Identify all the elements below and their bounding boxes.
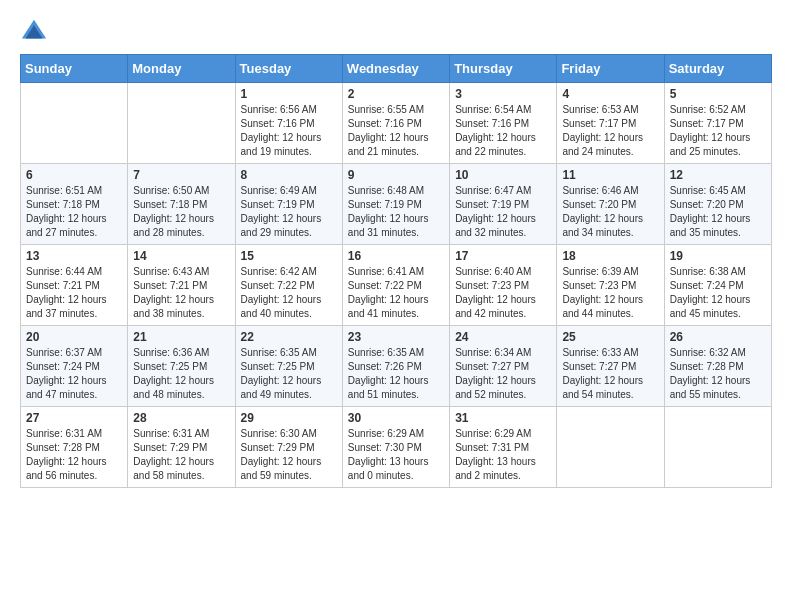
day-number: 3 — [455, 87, 551, 101]
day-number: 22 — [241, 330, 337, 344]
day-info: Sunrise: 6:47 AM Sunset: 7:19 PM Dayligh… — [455, 184, 551, 240]
day-info: Sunrise: 6:32 AM Sunset: 7:28 PM Dayligh… — [670, 346, 766, 402]
calendar-cell: 17Sunrise: 6:40 AM Sunset: 7:23 PM Dayli… — [450, 245, 557, 326]
day-number: 10 — [455, 168, 551, 182]
day-number: 1 — [241, 87, 337, 101]
calendar-cell: 9Sunrise: 6:48 AM Sunset: 7:19 PM Daylig… — [342, 164, 449, 245]
day-number: 7 — [133, 168, 229, 182]
calendar-cell: 18Sunrise: 6:39 AM Sunset: 7:23 PM Dayli… — [557, 245, 664, 326]
day-info: Sunrise: 6:29 AM Sunset: 7:30 PM Dayligh… — [348, 427, 444, 483]
calendar-cell: 6Sunrise: 6:51 AM Sunset: 7:18 PM Daylig… — [21, 164, 128, 245]
weekday-header-row: SundayMondayTuesdayWednesdayThursdayFrid… — [21, 55, 772, 83]
day-info: Sunrise: 6:42 AM Sunset: 7:22 PM Dayligh… — [241, 265, 337, 321]
day-info: Sunrise: 6:54 AM Sunset: 7:16 PM Dayligh… — [455, 103, 551, 159]
calendar-cell: 12Sunrise: 6:45 AM Sunset: 7:20 PM Dayli… — [664, 164, 771, 245]
day-number: 20 — [26, 330, 122, 344]
day-number: 4 — [562, 87, 658, 101]
calendar-cell: 19Sunrise: 6:38 AM Sunset: 7:24 PM Dayli… — [664, 245, 771, 326]
day-number: 19 — [670, 249, 766, 263]
day-info: Sunrise: 6:35 AM Sunset: 7:25 PM Dayligh… — [241, 346, 337, 402]
weekday-tuesday: Tuesday — [235, 55, 342, 83]
day-number: 2 — [348, 87, 444, 101]
day-info: Sunrise: 6:53 AM Sunset: 7:17 PM Dayligh… — [562, 103, 658, 159]
day-info: Sunrise: 6:44 AM Sunset: 7:21 PM Dayligh… — [26, 265, 122, 321]
day-number: 12 — [670, 168, 766, 182]
day-number: 27 — [26, 411, 122, 425]
header — [20, 16, 772, 44]
week-row-1: 1Sunrise: 6:56 AM Sunset: 7:16 PM Daylig… — [21, 83, 772, 164]
calendar-cell: 7Sunrise: 6:50 AM Sunset: 7:18 PM Daylig… — [128, 164, 235, 245]
day-number: 23 — [348, 330, 444, 344]
day-info: Sunrise: 6:36 AM Sunset: 7:25 PM Dayligh… — [133, 346, 229, 402]
calendar-cell: 15Sunrise: 6:42 AM Sunset: 7:22 PM Dayli… — [235, 245, 342, 326]
day-number: 14 — [133, 249, 229, 263]
calendar-cell: 24Sunrise: 6:34 AM Sunset: 7:27 PM Dayli… — [450, 326, 557, 407]
calendar-cell: 2Sunrise: 6:55 AM Sunset: 7:16 PM Daylig… — [342, 83, 449, 164]
day-info: Sunrise: 6:46 AM Sunset: 7:20 PM Dayligh… — [562, 184, 658, 240]
calendar-cell — [128, 83, 235, 164]
week-row-5: 27Sunrise: 6:31 AM Sunset: 7:28 PM Dayli… — [21, 407, 772, 488]
day-info: Sunrise: 6:52 AM Sunset: 7:17 PM Dayligh… — [670, 103, 766, 159]
day-number: 31 — [455, 411, 551, 425]
day-number: 24 — [455, 330, 551, 344]
calendar-table: SundayMondayTuesdayWednesdayThursdayFrid… — [20, 54, 772, 488]
day-number: 11 — [562, 168, 658, 182]
calendar-cell: 21Sunrise: 6:36 AM Sunset: 7:25 PM Dayli… — [128, 326, 235, 407]
day-number: 30 — [348, 411, 444, 425]
calendar-cell: 13Sunrise: 6:44 AM Sunset: 7:21 PM Dayli… — [21, 245, 128, 326]
day-info: Sunrise: 6:29 AM Sunset: 7:31 PM Dayligh… — [455, 427, 551, 483]
day-number: 25 — [562, 330, 658, 344]
day-number: 9 — [348, 168, 444, 182]
weekday-wednesday: Wednesday — [342, 55, 449, 83]
calendar-cell: 8Sunrise: 6:49 AM Sunset: 7:19 PM Daylig… — [235, 164, 342, 245]
day-info: Sunrise: 6:35 AM Sunset: 7:26 PM Dayligh… — [348, 346, 444, 402]
logo-icon — [20, 16, 48, 44]
day-number: 13 — [26, 249, 122, 263]
day-number: 21 — [133, 330, 229, 344]
day-info: Sunrise: 6:31 AM Sunset: 7:29 PM Dayligh… — [133, 427, 229, 483]
day-info: Sunrise: 6:39 AM Sunset: 7:23 PM Dayligh… — [562, 265, 658, 321]
day-number: 18 — [562, 249, 658, 263]
weekday-saturday: Saturday — [664, 55, 771, 83]
day-info: Sunrise: 6:48 AM Sunset: 7:19 PM Dayligh… — [348, 184, 444, 240]
day-info: Sunrise: 6:55 AM Sunset: 7:16 PM Dayligh… — [348, 103, 444, 159]
calendar-cell: 25Sunrise: 6:33 AM Sunset: 7:27 PM Dayli… — [557, 326, 664, 407]
calendar-cell: 10Sunrise: 6:47 AM Sunset: 7:19 PM Dayli… — [450, 164, 557, 245]
day-number: 17 — [455, 249, 551, 263]
calendar-cell: 4Sunrise: 6:53 AM Sunset: 7:17 PM Daylig… — [557, 83, 664, 164]
day-info: Sunrise: 6:31 AM Sunset: 7:28 PM Dayligh… — [26, 427, 122, 483]
day-info: Sunrise: 6:34 AM Sunset: 7:27 PM Dayligh… — [455, 346, 551, 402]
week-row-3: 13Sunrise: 6:44 AM Sunset: 7:21 PM Dayli… — [21, 245, 772, 326]
calendar-cell: 31Sunrise: 6:29 AM Sunset: 7:31 PM Dayli… — [450, 407, 557, 488]
calendar-cell: 20Sunrise: 6:37 AM Sunset: 7:24 PM Dayli… — [21, 326, 128, 407]
day-info: Sunrise: 6:49 AM Sunset: 7:19 PM Dayligh… — [241, 184, 337, 240]
calendar-cell: 11Sunrise: 6:46 AM Sunset: 7:20 PM Dayli… — [557, 164, 664, 245]
logo — [20, 16, 52, 44]
week-row-4: 20Sunrise: 6:37 AM Sunset: 7:24 PM Dayli… — [21, 326, 772, 407]
calendar-cell — [664, 407, 771, 488]
calendar-cell: 26Sunrise: 6:32 AM Sunset: 7:28 PM Dayli… — [664, 326, 771, 407]
weekday-thursday: Thursday — [450, 55, 557, 83]
day-number: 29 — [241, 411, 337, 425]
week-row-2: 6Sunrise: 6:51 AM Sunset: 7:18 PM Daylig… — [21, 164, 772, 245]
calendar-cell: 23Sunrise: 6:35 AM Sunset: 7:26 PM Dayli… — [342, 326, 449, 407]
day-info: Sunrise: 6:45 AM Sunset: 7:20 PM Dayligh… — [670, 184, 766, 240]
day-info: Sunrise: 6:51 AM Sunset: 7:18 PM Dayligh… — [26, 184, 122, 240]
day-number: 8 — [241, 168, 337, 182]
day-info: Sunrise: 6:38 AM Sunset: 7:24 PM Dayligh… — [670, 265, 766, 321]
day-number: 28 — [133, 411, 229, 425]
calendar-cell — [21, 83, 128, 164]
day-number: 15 — [241, 249, 337, 263]
day-info: Sunrise: 6:43 AM Sunset: 7:21 PM Dayligh… — [133, 265, 229, 321]
calendar-cell: 5Sunrise: 6:52 AM Sunset: 7:17 PM Daylig… — [664, 83, 771, 164]
day-info: Sunrise: 6:56 AM Sunset: 7:16 PM Dayligh… — [241, 103, 337, 159]
day-info: Sunrise: 6:37 AM Sunset: 7:24 PM Dayligh… — [26, 346, 122, 402]
calendar-cell: 30Sunrise: 6:29 AM Sunset: 7:30 PM Dayli… — [342, 407, 449, 488]
day-info: Sunrise: 6:33 AM Sunset: 7:27 PM Dayligh… — [562, 346, 658, 402]
weekday-friday: Friday — [557, 55, 664, 83]
day-number: 6 — [26, 168, 122, 182]
day-info: Sunrise: 6:30 AM Sunset: 7:29 PM Dayligh… — [241, 427, 337, 483]
day-info: Sunrise: 6:40 AM Sunset: 7:23 PM Dayligh… — [455, 265, 551, 321]
day-number: 5 — [670, 87, 766, 101]
weekday-monday: Monday — [128, 55, 235, 83]
